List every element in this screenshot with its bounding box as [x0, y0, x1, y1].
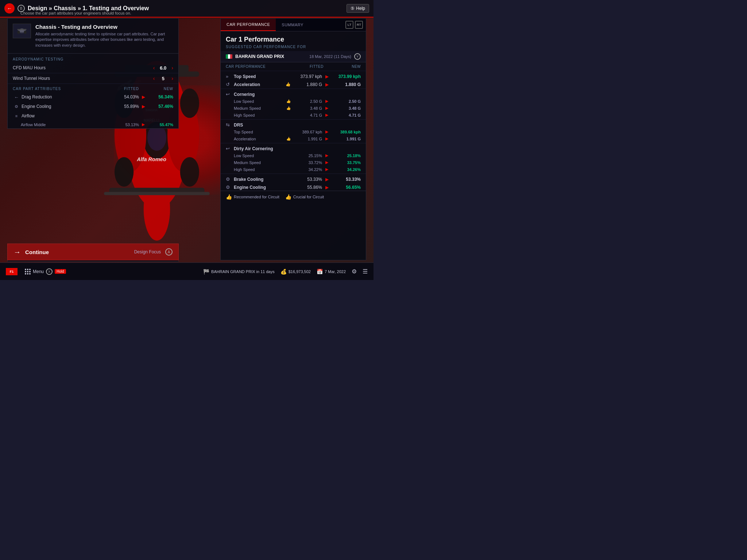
cfd-controls: ‹ 6.0 ›	[153, 65, 173, 71]
help-button[interactable]: ⑤ Help	[347, 4, 369, 13]
drs-icon: ⇆	[226, 122, 232, 128]
money-status: 💰 $16,973,502	[280, 269, 311, 275]
wind-controls: ‹ 5 ›	[153, 75, 173, 81]
airflow-name: Airflow	[22, 113, 112, 118]
svg-point-21	[24, 31, 26, 34]
gp-status-label: BAHRAIN GRAND PRIX in 11 days	[211, 269, 275, 274]
fitted-col-header: FITTED	[113, 87, 139, 91]
gp-date: 18 Mar, 2022 (11 Days)	[309, 54, 351, 59]
cornering-icon: ↩	[226, 92, 232, 97]
dirty-air-icon: ↩	[226, 146, 232, 151]
tab-car-performance[interactable]: CAR PERFORMANCE	[221, 19, 276, 31]
dirty-low-row: Low Speed 25.15% ▶ 25.18%	[221, 152, 366, 159]
back-button[interactable]: ←	[4, 3, 15, 13]
menu-button[interactable]: ☰	[363, 268, 368, 275]
car-performance-title: Car 1 Performance	[221, 31, 366, 45]
calendar-icon: 📅	[317, 269, 323, 275]
top-speed-arrow: ▶	[324, 74, 329, 79]
dirty-med-row: Medium Speed 33.72% ▶ 33.75%	[221, 159, 366, 166]
dirty-med-name: Medium Speed	[234, 160, 291, 165]
dirty-low-new: 25.18%	[332, 153, 361, 158]
drs-accel-thumb: 👍	[286, 137, 291, 141]
top-speed-row: » Top Speed 373.97 kph ▶ 373.99 kph	[221, 72, 366, 80]
dirty-med-fitted: 33.72%	[293, 160, 322, 165]
perf-divider-5	[221, 174, 366, 174]
cornering-high-arrow: ▶	[324, 113, 329, 117]
help-icon: ⑤	[351, 6, 355, 11]
dirty-high-new: 34.26%	[332, 167, 361, 172]
airflow-middle-arrow: ▶	[140, 122, 146, 127]
svg-point-12	[115, 157, 133, 187]
crucial-icon: 👍	[285, 194, 291, 200]
dirty-low-name: Low Speed	[234, 153, 291, 158]
cornering-med-fitted: 3.48 G	[293, 106, 322, 110]
cfd-increase-button[interactable]: ›	[171, 65, 173, 71]
menu-grid-icon	[25, 269, 31, 275]
drs-topspeed-name: Top Speed	[234, 130, 291, 134]
lt-button[interactable]: LT	[345, 21, 353, 29]
gp-status-icon: 🏁	[203, 269, 209, 275]
engine-cooling-perf-name: Engine Cooling	[234, 185, 291, 190]
dirty-air-header: ↩ Dirty Air Cornering	[221, 144, 366, 152]
wind-tunnel-row: Wind Tunnel Hours ‹ 5 ›	[8, 73, 178, 84]
f1-logo: F1	[6, 268, 18, 275]
wind-decrease-button[interactable]: ‹	[153, 75, 155, 81]
recommended-label: Recommended for Circuit	[234, 195, 279, 199]
cornering-med-name: Medium Speed	[234, 106, 284, 110]
cfd-label: CFD MAU Hours	[13, 65, 150, 70]
top-speed-new: 373.99 kph	[332, 74, 361, 79]
drs-accel-row: Acceleration 👍 1.991 G ▶ 1.991 G	[221, 135, 366, 142]
airflow-icon: ≡	[13, 113, 20, 119]
drs-topspeed-fitted: 389.67 kph	[293, 130, 322, 134]
airflow-middle-row: Airflow Middle 53.13% ▶ 55.47%	[8, 121, 178, 128]
dirty-air-name: Dirty Air Cornering	[234, 146, 361, 151]
brake-cooling-fitted: 53.33%	[293, 177, 322, 182]
cornering-high-new: 4.71 G	[332, 113, 361, 117]
dirty-high-fitted: 34.22%	[293, 167, 322, 172]
bottom-bar: F1 Menu X Hold 🏁 BAHRAIN GRAND PRIX in 1…	[0, 262, 374, 280]
bottom-right: 🏁 BAHRAIN GRAND PRIX in 11 days 💰 $16,97…	[203, 268, 368, 275]
drag-name: Drag Reduction	[22, 94, 112, 100]
bahrain-flag	[226, 54, 232, 59]
tab-summary[interactable]: SUMMARY	[276, 19, 309, 31]
money-label: $16,973,502	[289, 269, 311, 274]
rt-button[interactable]: RT	[355, 21, 363, 29]
cornering-low-fitted: 2.50 G	[293, 99, 322, 104]
wind-value: 5	[158, 76, 169, 81]
tab-bar: CAR PERFORMANCE SUMMARY LT RT	[221, 19, 366, 31]
chassis-icon	[13, 24, 31, 38]
airflow-middle-new: 55.47%	[148, 122, 173, 127]
drs-accel-fitted: 1.991 G	[293, 137, 322, 141]
left-panel: Chassis - Testing and Overview Allocate …	[7, 18, 179, 129]
wind-increase-button[interactable]: ›	[171, 75, 173, 81]
cornering-med-arrow: ▶	[324, 106, 329, 110]
acceleration-new: 1.880 G	[332, 82, 361, 87]
engine-cooling-perf-arrow: ▶	[324, 185, 329, 190]
panel-desc: Allocate aerodynamic testing time to opt…	[35, 31, 173, 48]
cornering-low-arrow: ▶	[324, 99, 329, 104]
panel-title: Chassis - Testing and Overview	[35, 24, 173, 30]
engine-new: 57.46%	[148, 104, 173, 109]
svg-point-11	[180, 88, 199, 118]
right-panel: CAR PERFORMANCE SUMMARY LT RT Car 1 Perf…	[220, 18, 366, 260]
dirty-high-row: High Speed 34.22% ▶ 34.26%	[221, 166, 366, 173]
perf-divider-2	[221, 89, 366, 89]
cfd-mau-row: CFD MAU Hours ‹ 6.0 ›	[8, 63, 178, 73]
svg-text:Alfa Romeo: Alfa Romeo	[136, 156, 166, 162]
drs-accel-name: Acceleration	[234, 137, 284, 141]
cfd-decrease-button[interactable]: ‹	[153, 65, 155, 71]
recommended-icon: 👍	[226, 194, 232, 200]
cornering-low-name: Low Speed	[234, 99, 284, 104]
acceleration-thumb: 👍	[286, 82, 291, 87]
acceleration-icon: ↺	[226, 82, 232, 87]
airflow-middle-fitted: 53.13%	[113, 122, 139, 127]
dirty-high-arrow: ▶	[324, 167, 329, 172]
settings-button[interactable]: ⚙	[352, 268, 357, 275]
continue-button[interactable]: → Continue Design Focus A	[7, 244, 179, 260]
hold-badge: Hold	[55, 269, 66, 274]
lt-rt-buttons: LT RT	[342, 21, 366, 29]
grand-prix-row: BAHRAIN GRAND PRIX 18 Mar, 2022 (11 Days…	[221, 51, 366, 62]
brake-cooling-name: Brake Cooling	[234, 177, 291, 182]
date-label: 7 Mar, 2022	[325, 269, 346, 274]
svg-point-13	[180, 157, 199, 187]
